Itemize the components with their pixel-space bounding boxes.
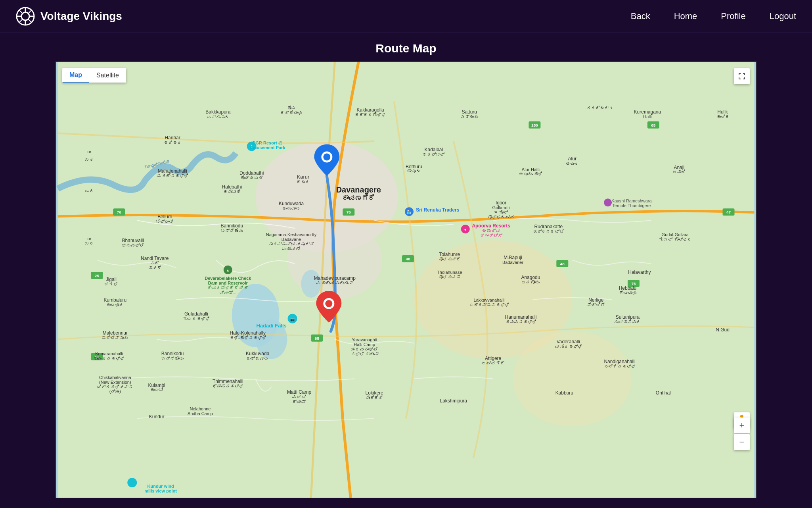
map-btn[interactable]: Map (62, 68, 89, 83)
svg-text:ಹೆಬ್ಬಾಳು: ಹೆಬ್ಬಾಳು (619, 291, 636, 295)
svg-text:ಅಪೂರ್ವ: ಅಪೂರ್ವ (482, 228, 500, 233)
svg-text:ಅಟ್ಟಿಗೆರೆ: ಅಟ್ಟಿಗೆರೆ (482, 361, 505, 366)
svg-text:ur: ur (88, 236, 92, 241)
svg-text:ದೇವರಬೆಳಕೆರೆ ಚೆಕ್: ದೇವರಬೆಳಕೆರೆ ಚೆಕ್ (207, 285, 248, 290)
map-container[interactable]: Map Satellite (56, 62, 756, 498)
svg-text:ಕುಕ್ಕುವಾಡ: ಕುಕ್ಕುವಾಡ (246, 356, 269, 361)
svg-point-200 (323, 154, 330, 161)
svg-text:Bethuru: Bethuru (406, 164, 422, 169)
svg-text:Kukkuvada: Kukkuvada (246, 351, 270, 356)
svg-text:Jigali: Jigali (106, 277, 117, 282)
page-title: Route Map (0, 42, 812, 55)
svg-text:ಬೆಲ್ಲೂಡಿ: ಬೆಲ್ಲೂಡಿ (156, 219, 174, 224)
nav-home[interactable]: Home (674, 11, 697, 21)
svg-point-196 (127, 478, 137, 487)
svg-text:ಥಿಮ್ಮೆನಹಳ್ಳಿ: ಥಿಮ್ಮೆನಹಳ್ಳಿ (213, 384, 243, 389)
svg-text:Thimmenahalli: Thimmenahalli (213, 379, 243, 384)
svg-text:Belludi: Belludi (157, 214, 172, 219)
svg-text:ಹೊಸ: ಹೊಸ (287, 106, 296, 110)
svg-text:Gudal-Gollara: Gudal-Gollara (662, 232, 689, 237)
svg-text:(New Extension): (New Extension) (99, 380, 131, 385)
satellite-btn[interactable]: Satellite (89, 68, 126, 83)
svg-text:ಹನುಮನಹಳ್ಳಿ: ಹನುಮನಹಳ್ಳಿ (505, 319, 536, 324)
svg-text:ಗುಡಲ್-ಗೊಳ್ಳರ: ಗುಡಲ್-ಗೊಳ್ಳರ (659, 237, 692, 242)
svg-text:Mahajenahalli: Mahajenahalli (158, 168, 187, 174)
svg-text:Sultanipura: Sultanipura (616, 314, 640, 320)
svg-text:Devarabelakere Check: Devarabelakere Check (205, 276, 251, 281)
svg-text:Matti Camp: Matti Camp (287, 389, 312, 395)
svg-text:25: 25 (95, 273, 100, 278)
svg-text:ಕರೂರ: ಕರೂರ (297, 179, 310, 184)
svg-text:Nagamma-Keshavamurtty: Nagamma-Keshavamurtty (266, 232, 317, 237)
logo-area: Voltage Vikings (16, 7, 122, 26)
svg-text:Gollaratti: Gollaratti (492, 205, 510, 210)
svg-text:Nelahonne: Nelahonne (190, 406, 211, 411)
svg-text:📷: 📷 (290, 317, 295, 322)
svg-text:ದಾವಣಗೆರೆ: ದಾವಣಗೆರೆ (342, 194, 375, 202)
svg-text:Karur: Karur (297, 174, 310, 180)
svg-text:Dam and Reservoir: Dam and Reservoir (208, 281, 248, 285)
svg-text:Halli: Halli (643, 114, 651, 119)
svg-text:Kundur wind: Kundur wind (147, 484, 174, 489)
svg-line-6 (19, 10, 23, 13)
svg-text:ಬನ್ನಿಕೋಡು: ಬನ್ನಿಕೋಡು (161, 356, 184, 361)
zoom-out-btn[interactable]: − (734, 434, 750, 450)
svg-text:ಕದಲ್ಬಾಲ್: ಕದಲ್ಬಾಲ್ (423, 152, 444, 157)
svg-text:ಕರದಿದುರ್ಗ: ಕರದಿದುರ್ಗ (587, 106, 613, 110)
fullscreen-btn[interactable] (734, 68, 750, 84)
svg-text:Guladahalli: Guladahalli (184, 311, 208, 317)
svg-text:ನೇರ್ಲಿಗೆ: ನೇರ್ಲಿಗೆ (587, 302, 605, 307)
svg-text:Badavane: Badavane (282, 237, 301, 242)
svg-text:Hebbalu: Hebbalu (619, 285, 637, 291)
svg-text:Anaji: Anaji (674, 165, 684, 170)
logo-text: Voltage Vikings (40, 10, 122, 23)
svg-text:♥: ♥ (464, 228, 466, 232)
nav-back[interactable]: Back (631, 11, 650, 21)
svg-text:ಉರ: ಉರ (85, 241, 94, 246)
svg-text:ಮಹಜೇನಹಳ್ಳಿ: ಮಹಜೇನಹಳ್ಳಿ (157, 173, 188, 178)
svg-text:Mahadevipuracamp: Mahadevipuracamp (314, 275, 356, 281)
svg-text:Kuremagana: Kuremagana (634, 109, 661, 115)
svg-text:▲: ▲ (226, 268, 230, 272)
svg-text:Lakshmipura: Lakshmipura (440, 398, 467, 404)
zoom-in-btn[interactable]: + (734, 418, 750, 433)
svg-text:Kabburu: Kabburu (555, 390, 573, 396)
nav-profile[interactable]: Profile (721, 11, 745, 21)
svg-text:ತಾವರೆ: ತಾವರೆ (148, 266, 161, 270)
svg-text:ಸುಲ್ತಾನಿಪುರ: ಸುಲ್ತಾನಿಪುರ (614, 319, 641, 324)
svg-text:ಮಲೇಬೆನ್ನೂರು: ಮಲೇಬೆನ್ನೂರು (102, 335, 128, 340)
svg-text:ಬೇತೂರು: ಬೇತೂರು (407, 169, 420, 173)
svg-text:48: 48 (560, 262, 565, 266)
svg-text:Nandi Tavare: Nandi Tavare (141, 256, 169, 261)
svg-text:Doddabathi: Doddabathi (239, 170, 264, 176)
svg-text:Vaderahalli: Vaderahalli (557, 339, 580, 344)
nav-logout[interactable]: Logout (770, 11, 796, 21)
svg-text:Andha Camp: Andha Camp (188, 411, 213, 416)
svg-text:ಡ್ಯಾಮ್...: ಡ್ಯಾಮ್... (219, 290, 236, 295)
svg-line-8 (28, 10, 32, 13)
svg-text:Bakkkapura: Bakkkapura (205, 109, 231, 115)
svg-text:Attigere: Attigere (485, 356, 502, 361)
svg-text:Malebennur: Malebennur (103, 330, 128, 336)
svg-text:ಉರ: ಉರ (85, 157, 94, 162)
fullscreen-icon (738, 73, 745, 80)
svg-text:ರುದ್ರನಕಟ್ಟೆ: ರುದ್ರನಕಟ್ಟೆ (533, 229, 564, 234)
svg-text:(ನ್ಯೂ): (ನ್ಯೂ) (109, 389, 121, 394)
svg-text:ಲೋಕಿಕೆರೆ: ಲೋಕಿಕೆರೆ (366, 395, 383, 400)
svg-text:ಬಕ್ಕಾಪುರ: ಬಕ್ಕಾಪುರ (207, 115, 229, 119)
svg-text:ರಿಸಾರ್ಟ್ಸ್: ರಿಸಾರ್ಟ್ಸ್ (480, 233, 502, 238)
svg-text:ಗೊಳ್ಳರಟ್ಟಿ: ಗೊಳ್ಳರಟ್ಟಿ (487, 215, 515, 219)
svg-text:150: 150 (531, 123, 538, 127)
svg-point-92 (604, 198, 612, 206)
svg-text:ತೊಳಹುನಸೆ: ತೊಳಹುನಸೆ (439, 275, 461, 279)
svg-text:DGR Resort @: DGR Resort @ (253, 140, 283, 145)
svg-text:Kadalbal: Kadalbal (425, 147, 443, 152)
svg-text:Komaranahalli: Komaranahalli (95, 351, 123, 356)
svg-text:ನಂದಿ: ನಂದಿ (150, 261, 159, 266)
svg-text:ಅಲೂರ: ಅಲೂರ (566, 161, 579, 166)
nav-links: Back Home Profile Logout (631, 11, 796, 21)
map-wrapper: Map Satellite (56, 62, 756, 498)
svg-text:ಮಹಾದೇವಿಪುರಾಕಾಂಪ್: ಮಹಾದೇವಿಪುರಾಕಾಂಪ್ (316, 281, 353, 285)
svg-text:Anagodu: Anagodu (521, 275, 540, 280)
svg-text:Kulambi: Kulambi (148, 383, 165, 388)
